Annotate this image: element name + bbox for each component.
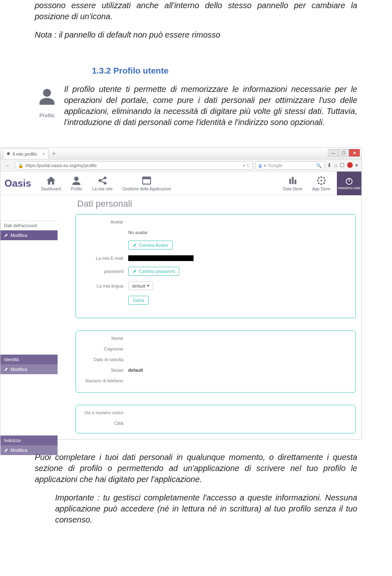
label-email: La mia E-mail <box>82 256 123 261</box>
nav-gestione[interactable]: Gestione delle Applicazioni <box>119 175 175 191</box>
sidebar-item-indirizzo[interactable]: Indirizzo <box>0 435 58 445</box>
svg-point-8 <box>321 180 322 181</box>
panel-account: Avatar No avatar Cambia Avatar La mia E-… <box>76 214 356 318</box>
pencil-icon <box>4 448 8 452</box>
nav-appstore[interactable]: App Store <box>309 175 334 191</box>
svg-point-15 <box>318 183 319 184</box>
search-input[interactable]: g ▾ Google 🔍 <box>255 161 325 170</box>
sidebar-item-account[interactable]: Dati dell'account <box>0 221 58 230</box>
svg-point-13 <box>318 177 319 179</box>
svg-rect-7 <box>294 180 296 184</box>
address-bar: ← 🔒 https://portal.oasis-eu.org/my/profi… <box>0 159 361 172</box>
page-title: Dati personali <box>77 199 361 209</box>
search-placeholder: Google <box>268 163 282 168</box>
label-lingua: La mia lingua <box>82 284 123 288</box>
change-avatar-button[interactable]: Cambia Avatar <box>128 241 173 250</box>
change-password-button[interactable]: Cambia password <box>128 267 179 276</box>
label-telefono: Numero di telefono <box>82 378 123 383</box>
no-avatar-text: No avatar <box>128 230 148 235</box>
tab-favicon-icon: ✺ <box>7 151 10 156</box>
panel-identita: Nome Cognome Data di nascita Sesso defau… <box>76 330 356 393</box>
app-header: Oasis Dashboard Profilo La mia rete Gest… <box>0 172 361 195</box>
close-tab-icon[interactable]: × <box>42 151 45 157</box>
label-cognome: Cognome <box>82 346 123 351</box>
sidebar-item-modifica-1[interactable]: Modifica <box>0 230 58 240</box>
note-para: Nota : il pannello di default non può es… <box>35 29 357 40</box>
svg-point-12 <box>324 180 325 181</box>
browser-tab[interactable]: ✺ Il mio profilo × <box>3 148 49 159</box>
nav-profilo[interactable]: Profilo <box>67 175 85 191</box>
back-button[interactable]: ← <box>4 162 13 169</box>
nav-rete[interactable]: La mia rete <box>89 175 116 191</box>
download-icon[interactable]: ⬇ <box>327 162 332 169</box>
after-para-1: Puoi completare i tuoi dati personali in… <box>35 452 357 485</box>
sidebar-item-modifica-3[interactable]: Modifica <box>0 445 58 455</box>
lock-icon: 🔒 <box>18 163 24 168</box>
window-minimize-button[interactable]: — <box>328 149 339 156</box>
search-icon[interactable]: 🔍 <box>316 163 322 168</box>
pencil-icon <box>4 233 8 237</box>
label-via: Via e numero civico <box>82 410 123 415</box>
nav-datastore[interactable]: Data Store <box>280 175 306 191</box>
tab-title: Il mio profilo <box>13 152 37 156</box>
svg-rect-5 <box>289 179 291 184</box>
url-text: https://portal.oasis-eu.org/my/profile <box>25 163 97 168</box>
new-tab-button[interactable]: + <box>52 150 56 157</box>
sesso-value: default <box>128 368 143 373</box>
section-heading: 1.3.2 Profilo utente <box>92 65 357 76</box>
pencil-icon <box>133 269 137 273</box>
url-input[interactable]: 🔒 https://portal.oasis-eu.org/my/profile… <box>15 161 253 170</box>
browser-window: ✺ Il mio profilo × + — ☐ ✕ ← 🔒 https://p… <box>0 147 362 440</box>
label-citta: Città <box>82 421 123 426</box>
svg-rect-6 <box>292 177 293 184</box>
label-sesso: Sesso <box>82 368 123 373</box>
browser-titlebar: ✺ Il mio profilo × + — ☐ ✕ <box>0 148 361 159</box>
lingua-select[interactable]: default▾ <box>128 281 153 290</box>
label-nome: Nome <box>82 336 123 341</box>
svg-rect-4 <box>143 177 151 179</box>
home-icon[interactable]: ⌂ <box>334 162 337 169</box>
label-avatar: Avatar <box>82 219 123 224</box>
window-maximize-button[interactable]: ☐ <box>339 149 349 156</box>
nav-user-power[interactable]: massimo.mas <box>337 172 361 195</box>
profile-body-text: Il profilo utente ti permette di memoriz… <box>64 84 357 128</box>
svg-point-10 <box>321 183 322 185</box>
email-value-redacted <box>128 255 194 261</box>
oasis-logo[interactable]: Oasis <box>4 178 31 189</box>
sidebar-item-modifica-2[interactable]: Modifica <box>0 364 58 374</box>
svg-point-14 <box>323 177 325 179</box>
profile-inline-caption: Profilo <box>35 112 59 119</box>
bookmark-icon[interactable]: ☐ <box>340 162 345 169</box>
pencil-icon <box>133 243 137 247</box>
svg-point-9 <box>321 176 322 178</box>
svg-point-16 <box>323 183 325 184</box>
label-password: password <box>82 269 123 274</box>
profile-inline-icon: Profilo <box>35 85 59 119</box>
google-icon: g <box>258 163 262 168</box>
label-nascita: Data di nascita <box>82 357 123 362</box>
nav-dashboard[interactable]: Dashboard <box>38 175 64 191</box>
window-close-button[interactable]: ✕ <box>349 149 360 156</box>
pencil-icon <box>4 367 8 371</box>
after-para-2: Importante : tu gestisci completamente l… <box>55 492 357 525</box>
save-button[interactable]: Salva <box>128 296 149 305</box>
sidebar-item-identita[interactable]: Identità <box>0 355 58 364</box>
menu-icon[interactable]: ▾ <box>355 162 358 169</box>
panel-indirizzo: Via e numero civico Città <box>76 405 356 433</box>
addon-icon[interactable] <box>347 162 353 169</box>
svg-point-11 <box>317 180 318 181</box>
reload-icon[interactable]: ▾ C <box>243 163 250 168</box>
intro-para: possono essere utilizzati anche all'inte… <box>35 0 357 22</box>
